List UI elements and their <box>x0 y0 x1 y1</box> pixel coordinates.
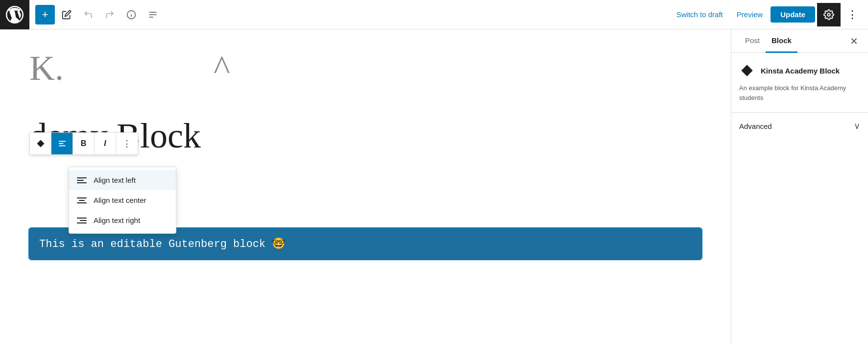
redo-button[interactable] <box>100 5 120 25</box>
ellipsis-icon: ⋮ <box>847 8 858 21</box>
align-icon <box>58 139 67 148</box>
diamond-icon <box>36 139 45 148</box>
advanced-section: Advanced ∨ <box>731 113 868 139</box>
bold-icon: B <box>81 139 87 148</box>
advanced-title: Advanced <box>739 122 772 130</box>
preview-button[interactable]: Preview <box>731 6 769 23</box>
sidebar-tabs: Post Block ✕ <box>731 29 868 53</box>
list-icon <box>148 10 158 20</box>
italic-icon: I <box>104 139 106 148</box>
diamond-sidebar-icon <box>740 64 754 77</box>
list-view-button[interactable] <box>143 5 163 25</box>
gear-icon <box>823 9 834 20</box>
block-toolbar: B I ⋮ <box>29 132 138 155</box>
align-right-icon <box>77 218 87 223</box>
main-layout: K. ^ B I <box>0 29 868 344</box>
info-button[interactable] <box>121 5 141 25</box>
block-info-section: Kinsta Academy Block An example block fo… <box>731 53 868 113</box>
tab-block[interactable]: Block <box>766 29 797 53</box>
more-options-button[interactable]: ⋮ <box>843 5 862 25</box>
align-button[interactable] <box>51 133 73 154</box>
editor-area: K. ^ B I <box>0 29 731 344</box>
undo-icon <box>83 10 93 20</box>
add-block-button[interactable]: + <box>35 5 55 25</box>
switch-to-draft-button[interactable]: Switch to draft <box>671 6 729 23</box>
wp-logo <box>0 0 29 29</box>
more-block-options-button[interactable]: ⋮ <box>116 133 138 154</box>
block-info-title: Kinsta Academy Block <box>761 67 840 75</box>
align-right-item[interactable]: Align text right <box>69 210 176 230</box>
edit-button[interactable] <box>57 5 76 25</box>
advanced-header[interactable]: Advanced ∨ <box>739 121 860 131</box>
align-left-label: Align text left <box>94 176 136 184</box>
svg-point-6 <box>827 13 830 16</box>
align-right-label: Align text right <box>94 216 140 224</box>
tab-post[interactable]: Post <box>739 29 766 53</box>
align-dropdown: Align text left Align text center Align … <box>69 167 176 234</box>
redo-icon <box>105 10 115 20</box>
block-info-header: Kinsta Academy Block <box>739 63 860 78</box>
pencil-icon <box>62 10 72 20</box>
vertical-dots-icon: ⋮ <box>122 138 131 149</box>
italic-button[interactable]: I <box>95 133 116 154</box>
info-icon <box>126 10 136 20</box>
align-center-item[interactable]: Align text center <box>69 190 176 210</box>
update-button[interactable]: Update <box>771 6 815 23</box>
plus-icon: + <box>42 8 48 21</box>
undo-button[interactable] <box>78 5 98 25</box>
align-left-item[interactable]: Align text left <box>69 170 176 190</box>
align-left-icon <box>77 177 87 183</box>
partial-heading: K. ^ <box>29 49 701 88</box>
sidebar: Post Block ✕ Kinsta Academy Block An exa… <box>731 29 868 344</box>
bold-button[interactable]: B <box>73 133 95 154</box>
block-diamond-icon <box>739 63 755 78</box>
align-center-label: Align text center <box>94 196 146 204</box>
align-center-icon <box>77 197 87 203</box>
wordpress-logo-icon <box>6 6 24 24</box>
sidebar-close-button[interactable]: ✕ <box>848 33 860 49</box>
settings-button[interactable] <box>817 3 841 26</box>
top-toolbar: + Switch to draft P <box>0 0 868 29</box>
chevron-down-icon: ∨ <box>854 121 860 131</box>
block-type-button[interactable] <box>30 133 51 154</box>
block-info-description: An example block for Kinsta Academy stud… <box>739 83 860 102</box>
